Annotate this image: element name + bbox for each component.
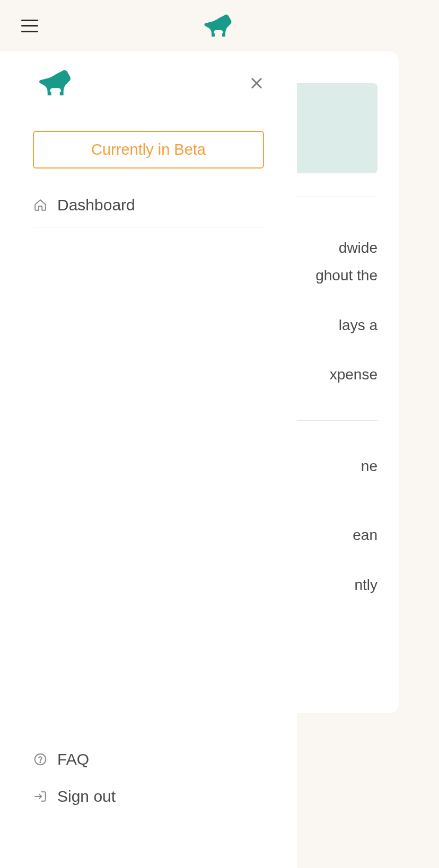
- beta-badge: Currently in Beta: [33, 131, 264, 169]
- svg-point-2: [35, 754, 46, 765]
- close-icon[interactable]: [247, 74, 266, 93]
- help-circle-icon: [33, 752, 48, 767]
- menu-icon[interactable]: [21, 20, 38, 32]
- sidebar-item-label: FAQ: [57, 750, 89, 768]
- sidebar-footer: FAQ Sign out: [33, 741, 264, 868]
- sidebar-drawer: Currently in Beta Dashboard: [0, 51, 297, 868]
- sidebar-spacer: [33, 227, 264, 741]
- sidebar-header: [0, 51, 297, 115]
- svg-point-3: [40, 762, 40, 763]
- sidebar-logo[interactable]: [35, 67, 78, 99]
- log-out-icon: [33, 789, 48, 804]
- sidebar-item-label: Dashboard: [57, 196, 135, 214]
- sidebar-item-faq[interactable]: FAQ: [33, 741, 264, 778]
- sidebar-item-label: Sign out: [57, 787, 116, 805]
- header-logo[interactable]: [201, 12, 238, 40]
- sidebar-body: Currently in Beta Dashboard: [0, 115, 297, 868]
- sidebar-item-signout[interactable]: Sign out: [33, 778, 264, 815]
- sidebar-item-dashboard[interactable]: Dashboard: [33, 190, 264, 227]
- home-icon: [33, 198, 48, 212]
- top-header: [0, 0, 439, 51]
